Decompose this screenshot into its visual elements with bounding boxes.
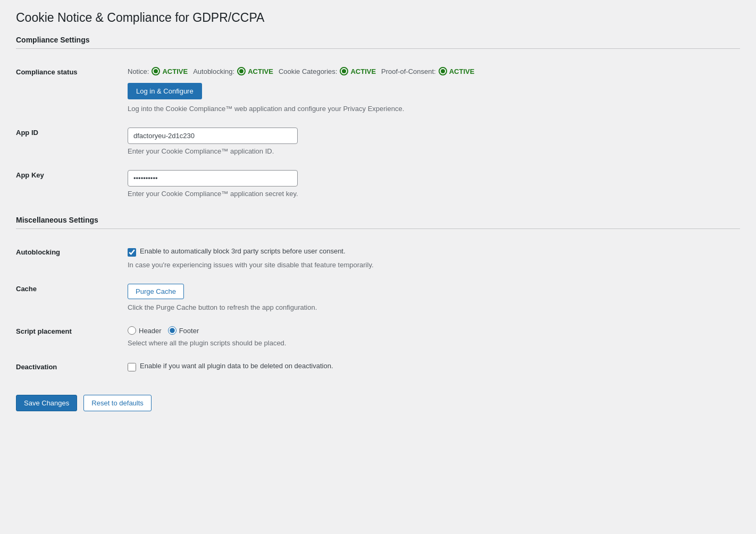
cookie-categories-value: ACTIVE [350,67,376,75]
status-cookie-categories: Cookie Categories: ACTIVE [279,67,376,75]
page-title: Cookie Notice & Compliance for GDPR/CCPA [16,11,740,25]
purge-cache-button[interactable]: Purge Cache [128,284,184,299]
compliance-status-label: Compliance status [16,68,78,76]
header-radio-option: Header [128,326,162,335]
misc-table: Autoblocking Enable to automatically blo… [16,240,740,379]
autoblocking-status-label: Autoblocking: [193,67,234,75]
compliance-settings-section: Compliance Settings Compliance status No… [16,36,740,205]
autoblocking-checkbox-label[interactable]: Enable to automatically block 3rd party … [140,247,346,255]
cookie-categories-label: Cookie Categories: [279,67,338,75]
misc-divider [16,228,740,229]
script-description: Select where all the plugin scripts shou… [128,339,740,347]
compliance-status-indicators: Notice: ACTIVE Autoblocking: ACTIVE [128,67,740,75]
script-placement-row: Script placement Header Footer Select wh [16,319,740,354]
deactivation-row: Deactivation Enable if you want all plug… [16,354,740,379]
autoblocking-row: Autoblocking Enable to automatically blo… [16,240,740,276]
notice-value: ACTIVE [162,67,188,75]
compliance-settings-title: Compliance Settings [16,36,740,44]
compliance-table: Compliance status Notice: ACTIVE Autoblo… [16,60,740,205]
compliance-status-row: Compliance status Notice: ACTIVE Autoblo… [16,60,740,120]
header-radio-label[interactable]: Header [139,327,162,335]
app-key-input[interactable] [128,170,298,187]
app-id-label: App ID [16,129,38,137]
autoblocking-label: Autoblocking [16,248,60,256]
misc-settings-title: Miscellaneous Settings [16,216,740,224]
autoblocking-description: In case you're experiencing issues with … [128,261,740,269]
compliance-divider [16,48,740,49]
app-id-row: App ID Enter your Cookie Compliance™ app… [16,120,740,163]
proof-of-consent-icon [439,67,447,75]
deactivation-checkbox[interactable] [128,363,136,371]
script-placement-options: Header Footer [128,326,740,335]
app-key-row: App Key Enter your Cookie Compliance™ ap… [16,163,740,205]
status-notice: Notice: ACTIVE [128,67,188,75]
deactivation-checkbox-row: Enable if you want all plugin data to be… [128,362,740,371]
status-autoblocking: Autoblocking: ACTIVE [193,67,273,75]
miscellaneous-settings-section: Miscellaneous Settings Autoblocking Enab… [16,216,740,379]
proof-of-consent-label: Proof-of-Consent: [381,67,436,75]
deactivation-label: Deactivation [16,363,57,371]
autoblocking-badge: ACTIVE [237,67,273,75]
cookie-categories-icon [340,67,348,75]
cache-description: Click the Purge Cache button to refresh … [128,303,740,311]
header-radio[interactable] [128,326,136,335]
proof-of-consent-badge: ACTIVE [439,67,475,75]
app-id-input[interactable] [128,128,298,144]
app-key-description: Enter your Cookie Compliance™ applicatio… [128,190,740,198]
proof-of-consent-value: ACTIVE [449,67,475,75]
reset-defaults-button[interactable]: Reset to defaults [83,395,152,411]
footer-radio-label[interactable]: Footer [179,327,199,335]
deactivation-checkbox-label[interactable]: Enable if you want all plugin data to be… [140,362,333,370]
autoblocking-value: ACTIVE [248,67,273,75]
login-configure-button[interactable]: Log in & Configure [128,83,202,99]
cache-label: Cache [16,285,37,293]
autoblocking-icon [237,67,246,75]
status-proof-of-consent: Proof-of-Consent: ACTIVE [381,67,474,75]
footer-radio[interactable] [168,326,177,335]
app-key-label: App Key [16,171,44,179]
cookie-categories-badge: ACTIVE [340,67,376,75]
form-actions: Save Changes Reset to defaults [16,395,740,411]
login-description: Log into the Cookie Compliance™ web appl… [128,105,740,113]
autoblocking-checkbox-row: Enable to automatically block 3rd party … [128,247,740,257]
notice-label: Notice: [128,67,149,75]
footer-radio-option: Footer [168,326,199,335]
notice-icon [152,67,160,75]
save-changes-button[interactable]: Save Changes [16,395,77,411]
cache-row: Cache Purge Cache Click the Purge Cache … [16,276,740,319]
notice-badge: ACTIVE [152,67,188,75]
app-id-description: Enter your Cookie Compliance™ applicatio… [128,147,740,155]
script-placement-label: Script placement [16,327,72,335]
autoblocking-checkbox[interactable] [128,248,136,257]
